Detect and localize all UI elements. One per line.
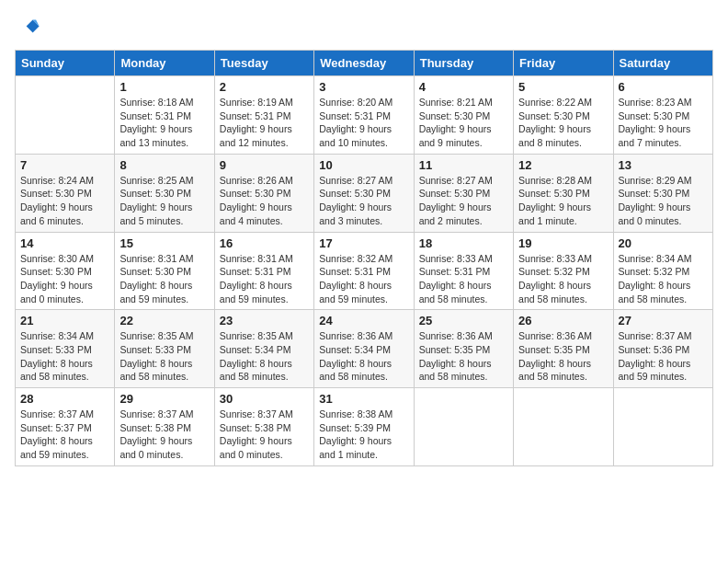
day-number: 9 — [220, 158, 309, 172]
day-info: Sunrise: 8:29 AMSunset: 5:30 PMDaylight:… — [619, 174, 708, 228]
day-info: Sunrise: 8:30 AMSunset: 5:30 PMDaylight:… — [20, 252, 109, 306]
calendar-week-5: 28Sunrise: 8:37 AMSunset: 5:37 PMDayligh… — [16, 388, 713, 466]
day-number: 15 — [119, 236, 209, 250]
calendar-cell: 8Sunrise: 8:25 AMSunset: 5:30 PMDaylight… — [115, 154, 214, 232]
calendar-cell: 7Sunrise: 8:24 AMSunset: 5:30 PMDaylight… — [16, 154, 115, 232]
weekday-header-wednesday: Wednesday — [314, 51, 414, 76]
calendar-cell: 25Sunrise: 8:36 AMSunset: 5:35 PMDayligh… — [414, 310, 513, 388]
calendar-week-3: 14Sunrise: 8:30 AMSunset: 5:30 PMDayligh… — [16, 232, 713, 310]
day-info: Sunrise: 8:22 AMSunset: 5:30 PMDaylight:… — [518, 96, 608, 150]
calendar-cell: 11Sunrise: 8:27 AMSunset: 5:30 PMDayligh… — [414, 154, 513, 232]
day-number: 23 — [220, 314, 309, 327]
weekday-header-thursday: Thursday — [414, 51, 513, 76]
day-info: Sunrise: 8:25 AMSunset: 5:30 PMDaylight:… — [119, 174, 209, 228]
calendar-cell: 9Sunrise: 8:26 AMSunset: 5:30 PMDaylight… — [214, 154, 313, 232]
day-number: 30 — [220, 392, 309, 406]
day-info: Sunrise: 8:24 AMSunset: 5:30 PMDaylight:… — [20, 174, 109, 228]
day-info: Sunrise: 8:31 AMSunset: 5:31 PMDaylight:… — [220, 252, 309, 306]
calendar-cell: 18Sunrise: 8:33 AMSunset: 5:31 PMDayligh… — [414, 232, 513, 310]
calendar-table: SundayMondayTuesdayWednesdayThursdayFrid… — [15, 50, 713, 466]
day-number: 3 — [319, 80, 408, 94]
day-info: Sunrise: 8:20 AMSunset: 5:31 PMDaylight:… — [319, 96, 408, 150]
calendar-cell: 2Sunrise: 8:19 AMSunset: 5:31 PMDaylight… — [214, 76, 313, 155]
day-info: Sunrise: 8:34 AMSunset: 5:33 PMDaylight:… — [20, 329, 109, 384]
day-number: 13 — [619, 158, 708, 172]
day-number: 2 — [220, 80, 309, 94]
day-info: Sunrise: 8:31 AMSunset: 5:30 PMDaylight:… — [119, 252, 209, 306]
calendar-cell — [16, 76, 115, 155]
day-number: 20 — [619, 236, 708, 250]
weekday-header-friday: Friday — [514, 51, 613, 76]
calendar-cell: 6Sunrise: 8:23 AMSunset: 5:30 PMDaylight… — [613, 76, 712, 155]
day-number: 6 — [619, 80, 708, 94]
weekday-header-tuesday: Tuesday — [214, 51, 313, 76]
day-info: Sunrise: 8:18 AMSunset: 5:31 PMDaylight:… — [119, 96, 209, 150]
logo — [15, 15, 44, 40]
day-number: 5 — [518, 80, 608, 94]
day-number: 24 — [319, 314, 408, 327]
day-info: Sunrise: 8:37 AMSunset: 5:38 PMDaylight:… — [119, 408, 209, 462]
day-info: Sunrise: 8:36 AMSunset: 5:34 PMDaylight:… — [319, 329, 408, 384]
day-number: 31 — [319, 392, 408, 406]
day-info: Sunrise: 8:28 AMSunset: 5:30 PMDaylight:… — [518, 174, 608, 228]
calendar-cell: 23Sunrise: 8:35 AMSunset: 5:34 PMDayligh… — [214, 310, 313, 388]
day-number: 8 — [119, 158, 209, 172]
calendar-cell: 3Sunrise: 8:20 AMSunset: 5:31 PMDaylight… — [314, 76, 414, 155]
calendar-cell: 29Sunrise: 8:37 AMSunset: 5:38 PMDayligh… — [115, 388, 214, 466]
calendar-week-2: 7Sunrise: 8:24 AMSunset: 5:30 PMDaylight… — [16, 154, 713, 232]
day-number: 21 — [20, 314, 109, 327]
calendar-body: 1Sunrise: 8:18 AMSunset: 5:31 PMDaylight… — [16, 76, 713, 466]
day-info: Sunrise: 8:34 AMSunset: 5:32 PMDaylight:… — [619, 252, 708, 306]
day-info: Sunrise: 8:21 AMSunset: 5:30 PMDaylight:… — [419, 96, 508, 150]
day-info: Sunrise: 8:35 AMSunset: 5:33 PMDaylight:… — [119, 329, 209, 384]
calendar-cell — [613, 388, 712, 466]
calendar-cell: 14Sunrise: 8:30 AMSunset: 5:30 PMDayligh… — [16, 232, 115, 310]
day-info: Sunrise: 8:19 AMSunset: 5:31 PMDaylight:… — [220, 96, 309, 150]
calendar-header-row: SundayMondayTuesdayWednesdayThursdayFrid… — [16, 51, 713, 76]
day-number: 1 — [119, 80, 209, 94]
day-number: 19 — [518, 236, 608, 250]
day-info: Sunrise: 8:26 AMSunset: 5:30 PMDaylight:… — [220, 174, 309, 228]
day-info: Sunrise: 8:37 AMSunset: 5:36 PMDaylight:… — [619, 329, 708, 384]
day-number: 7 — [20, 158, 109, 172]
day-info: Sunrise: 8:36 AMSunset: 5:35 PMDaylight:… — [419, 329, 508, 384]
calendar-cell: 10Sunrise: 8:27 AMSunset: 5:30 PMDayligh… — [314, 154, 414, 232]
day-info: Sunrise: 8:37 AMSunset: 5:37 PMDaylight:… — [20, 408, 109, 462]
calendar-cell: 27Sunrise: 8:37 AMSunset: 5:36 PMDayligh… — [613, 310, 712, 388]
calendar-cell: 12Sunrise: 8:28 AMSunset: 5:30 PMDayligh… — [514, 154, 613, 232]
day-number: 4 — [419, 80, 508, 94]
calendar-cell — [514, 388, 613, 466]
weekday-header-monday: Monday — [115, 51, 214, 76]
day-info: Sunrise: 8:23 AMSunset: 5:30 PMDaylight:… — [619, 96, 708, 150]
logo-icon — [15, 15, 40, 40]
calendar-week-4: 21Sunrise: 8:34 AMSunset: 5:33 PMDayligh… — [16, 310, 713, 388]
day-info: Sunrise: 8:38 AMSunset: 5:39 PMDaylight:… — [319, 408, 408, 462]
calendar-cell — [414, 388, 513, 466]
day-info: Sunrise: 8:35 AMSunset: 5:34 PMDaylight:… — [220, 329, 309, 384]
day-number: 12 — [518, 158, 608, 172]
calendar-cell: 4Sunrise: 8:21 AMSunset: 5:30 PMDaylight… — [414, 76, 513, 155]
calendar-cell: 13Sunrise: 8:29 AMSunset: 5:30 PMDayligh… — [613, 154, 712, 232]
page-header — [15, 15, 713, 40]
day-info: Sunrise: 8:33 AMSunset: 5:32 PMDaylight:… — [518, 252, 608, 306]
day-info: Sunrise: 8:27 AMSunset: 5:30 PMDaylight:… — [319, 174, 408, 228]
day-number: 25 — [419, 314, 508, 327]
day-info: Sunrise: 8:36 AMSunset: 5:35 PMDaylight:… — [518, 329, 608, 384]
calendar-cell: 20Sunrise: 8:34 AMSunset: 5:32 PMDayligh… — [613, 232, 712, 310]
day-number: 10 — [319, 158, 408, 172]
day-number: 14 — [20, 236, 109, 250]
calendar-cell: 5Sunrise: 8:22 AMSunset: 5:30 PMDaylight… — [514, 76, 613, 155]
svg-marker-0 — [27, 20, 40, 33]
calendar-week-1: 1Sunrise: 8:18 AMSunset: 5:31 PMDaylight… — [16, 76, 713, 155]
day-number: 17 — [319, 236, 408, 250]
day-number: 22 — [119, 314, 209, 327]
calendar-cell: 16Sunrise: 8:31 AMSunset: 5:31 PMDayligh… — [214, 232, 313, 310]
calendar-cell: 28Sunrise: 8:37 AMSunset: 5:37 PMDayligh… — [16, 388, 115, 466]
day-number: 27 — [619, 314, 708, 327]
calendar-cell: 21Sunrise: 8:34 AMSunset: 5:33 PMDayligh… — [16, 310, 115, 388]
calendar-cell: 19Sunrise: 8:33 AMSunset: 5:32 PMDayligh… — [514, 232, 613, 310]
calendar-cell: 30Sunrise: 8:37 AMSunset: 5:38 PMDayligh… — [214, 388, 313, 466]
weekday-header-sunday: Sunday — [16, 51, 115, 76]
calendar-cell: 1Sunrise: 8:18 AMSunset: 5:31 PMDaylight… — [115, 76, 214, 155]
day-info: Sunrise: 8:32 AMSunset: 5:31 PMDaylight:… — [319, 252, 408, 306]
